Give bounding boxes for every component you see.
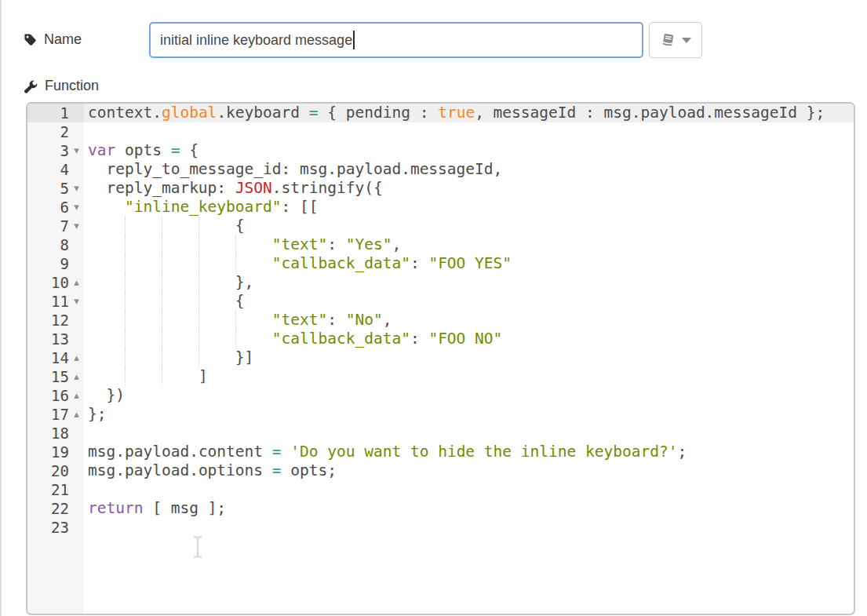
code-line-text: "callback_data": "FOO YES" (84, 254, 854, 273)
caret-up-icon[interactable]: ▴ (69, 348, 84, 367)
wrench-icon (24, 79, 38, 93)
indent-guide (235, 254, 236, 273)
name-input-value: initial inline keyboard message (160, 32, 352, 49)
indent-guide (162, 348, 162, 367)
line-number: 16 (51, 387, 69, 404)
code-line: "inline_keyboard": [[ (84, 198, 854, 217)
indent-guide (125, 254, 126, 273)
line-number: 9 (60, 255, 69, 272)
indent-guide (199, 273, 199, 292)
code-line-text: msg.payload.options = opts; (84, 461, 854, 480)
line-number: 15 (51, 368, 69, 385)
gutter-line-10: 10▴ (27, 273, 84, 292)
indent-guide (235, 235, 236, 254)
indent-guide (125, 235, 126, 254)
caret-down-icon[interactable]: ▾ (69, 141, 84, 160)
indent-guide (199, 348, 199, 367)
code-line: }; (84, 405, 854, 424)
gutter-line-2: 2 (27, 122, 84, 141)
indent-guide (125, 273, 126, 292)
indent-guide (199, 254, 199, 273)
code-line (84, 424, 854, 443)
indent-guide (162, 217, 162, 235)
line-number: 12 (51, 312, 69, 329)
code-line-text: { (84, 217, 854, 235)
code-line-text: }) (84, 386, 854, 405)
tag-icon (24, 33, 37, 46)
gutter-line-5: 5▾ (27, 179, 84, 198)
code-line-text: context.global.keyboard = { pending : tr… (84, 104, 854, 122)
caret-down-icon[interactable]: ▾ (69, 217, 84, 235)
code-line: context.global.keyboard = { pending : tr… (84, 104, 854, 122)
mouse-ibeam-cursor (192, 535, 203, 562)
function-code-editor[interactable]: 123▾45▾6▾7▾8910▴11▾121314▴15▴16▴17▴18192… (26, 102, 855, 615)
indent-guide (235, 311, 236, 330)
tray-left-edge (0, 0, 2, 616)
caret-up-icon[interactable]: ▴ (69, 273, 84, 292)
code-line: }) (84, 386, 854, 405)
indent-guide (125, 348, 126, 367)
text-caret (353, 31, 355, 49)
caret-down-icon[interactable]: ▾ (69, 198, 84, 217)
gutter-line-3: 3▾ (27, 141, 84, 160)
gutter-line-20: 20 (27, 461, 84, 480)
gutter-line-13: 13 (27, 330, 84, 348)
indent-guide (125, 311, 126, 330)
line-number: 19 (51, 443, 69, 461)
code-line: }] (84, 348, 854, 367)
caret-down-icon[interactable]: ▾ (69, 179, 84, 198)
code-line: reply_markup: JSON.stringify({ (84, 179, 854, 198)
indent-guide (125, 292, 126, 311)
code-line: "text": "No", (84, 311, 854, 330)
gutter-line-1: 1 (27, 104, 84, 122)
line-number: 11 (51, 293, 69, 310)
gutter-line-7: 7▾ (27, 217, 84, 235)
caret-down-icon[interactable]: ▾ (69, 292, 84, 311)
gutter-line-9: 9 (27, 254, 84, 273)
name-label: Name (44, 31, 82, 48)
indent-guide (162, 311, 162, 330)
indent-guide (235, 330, 236, 348)
line-number: 5 (60, 180, 69, 197)
line-number: 14 (51, 349, 69, 366)
line-number: 23 (51, 519, 69, 536)
code-line-text: { (84, 292, 854, 311)
line-number: 2 (60, 123, 69, 140)
code-line (84, 518, 854, 537)
line-number: 7 (60, 217, 69, 235)
line-number: 4 (60, 161, 69, 178)
gutter-line-19: 19 (27, 443, 84, 461)
code-line-text: }, (84, 273, 854, 292)
code-line-text: reply_markup: JSON.stringify({ (84, 179, 854, 198)
code-line: "callback_data": "FOO YES" (84, 254, 854, 273)
line-number: 17 (51, 406, 69, 423)
indent-guide (199, 311, 199, 330)
line-number: 6 (60, 199, 69, 216)
indent-guide (125, 217, 126, 235)
function-label: Function (45, 78, 99, 94)
code-line-text: "callback_data": "FOO NO" (84, 330, 854, 348)
function-field-row: Function (24, 78, 99, 94)
gutter-line-16: 16▴ (27, 386, 84, 405)
editor-gutter: 123▾45▾6▾7▾8910▴11▾121314▴15▴16▴17▴18192… (27, 104, 84, 614)
indent-guide (199, 292, 199, 311)
line-number: 20 (51, 462, 69, 479)
code-line: ] (84, 367, 854, 386)
gutter-line-14: 14▴ (27, 348, 84, 367)
code-line: msg.payload.content = 'Do you want to hi… (84, 443, 854, 461)
line-number: 1 (60, 104, 69, 122)
gutter-line-18: 18 (27, 424, 84, 443)
caret-up-icon[interactable]: ▴ (69, 367, 84, 386)
indent-guide (199, 330, 199, 348)
caret-up-icon[interactable]: ▴ (69, 386, 84, 405)
name-input[interactable]: initial inline keyboard message (149, 22, 643, 58)
library-button[interactable] (649, 22, 702, 58)
gutter-line-11: 11▾ (27, 292, 84, 311)
indent-guide (162, 273, 162, 292)
caret-up-icon[interactable]: ▴ (69, 405, 84, 424)
code-line: var opts = { (84, 141, 854, 160)
code-line-text: ] (84, 367, 854, 386)
indent-guide (162, 330, 162, 348)
gutter-line-21: 21 (27, 480, 84, 499)
code-line: "callback_data": "FOO NO" (84, 330, 854, 348)
